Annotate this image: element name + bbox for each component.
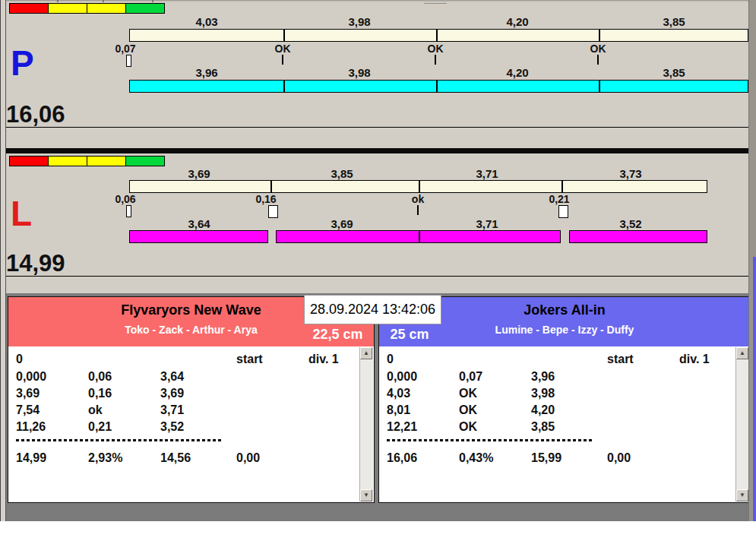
bar-divider [599,81,600,92]
table-cell: OK [459,420,477,434]
status-box-yellow-2 [87,156,126,166]
col-header-zero: 0 [387,353,394,366]
bar-divider [436,30,438,41]
table-cell: 3,96 [531,370,555,384]
split-time-label: 4,20 [483,66,552,79]
spacer-strip [5,277,751,293]
split-time-label: 3,96 [172,66,241,79]
exchange-marker-box [126,55,131,67]
exchange-label: OK [260,43,305,55]
status-light-strip [9,3,165,14]
scroll-up-button[interactable]: ▲ [736,347,748,359]
table-cell: 3,69 [160,387,184,400]
col-header-start: start [236,353,263,366]
table-cell: 3,98 [531,387,555,400]
scoreboard-section: Flyvaryors New Wave Toko - Zack - Arthur… [0,293,756,521]
arrow-down-icon: ▼ [361,490,372,501]
scroll-down-button[interactable]: ▼ [736,489,748,501]
table-cell: ok [88,403,103,417]
exchange-fault-box [268,205,278,218]
total-percent: 0,43% [459,451,493,465]
col-header-start: start [607,353,634,366]
results-table-left: 0 start div. 1 0,000 0,06 3,64 3,69 0,16… [8,346,374,502]
exchange-label: 0,07 [103,43,148,55]
bar-divider [283,30,285,41]
table-cell: 3,71 [160,403,184,417]
table-cell: 0,000 [16,370,46,384]
window-left-edge [0,0,6,521]
status-box-yellow [49,3,87,14]
lane-total-time: 14,99 [6,251,65,275]
status-box-green [126,3,165,14]
lap-time-label: 3,85 [308,167,376,180]
timing-app-window: 4,03 3,98 4,20 3,85 0,07 OK OK OK 3,96 3… [0,0,756,521]
background-window-sliver [753,257,756,521]
scroll-up-button[interactable]: ▲ [360,347,372,359]
split-time-label: 3,69 [308,217,376,230]
table-cell: 0,000 [387,370,417,384]
lane-letter-p: P [11,46,34,81]
split-time-label: 3,98 [325,66,394,79]
totals-separator [387,439,593,441]
reference-time-bar [129,29,748,42]
bar-divider [270,181,272,192]
total-percent: 2,93% [88,451,122,465]
lane-total-time: 16,06 [6,103,65,126]
exchange-tick [597,55,599,65]
bar-divider [561,181,563,192]
table-cell: 12,21 [387,420,417,434]
exchange-label: 0,16 [243,193,289,205]
scrollbar[interactable]: ▲ ▼ [359,347,373,501]
total-time: 14,99 [16,451,46,465]
scrollbar[interactable]: ▲ ▼ [735,347,749,501]
lane-p-progress-bar [129,80,748,93]
col-header-div: div. 1 [308,353,339,366]
table-cell: 4,20 [531,403,555,417]
bar-divider [436,81,438,92]
table-cell: 0,07 [459,370,482,384]
status-light-strip [9,156,165,166]
table-cell: 11,26 [16,420,46,434]
table-cell: 3,85 [531,420,555,434]
exchange-label: 0,21 [536,193,582,205]
scroll-down-button[interactable]: ▼ [360,489,372,501]
exchange-label: ok [395,193,441,205]
status-box-green [126,156,165,166]
reference-time-bar [129,180,707,193]
table-cell: OK [459,387,477,400]
arrow-down-icon: ▼ [737,490,748,501]
arrow-up-icon: ▲ [361,348,372,359]
bar-divider [599,30,600,41]
lane-l-progress-segment [129,230,268,243]
split-time-label: 3,71 [453,217,521,230]
lap-time-label: 3,85 [640,15,708,28]
lane-panel-l: 3,69 3,85 3,71 3,73 0,06 0,16 ok 0,21 3,… [5,153,751,277]
table-cell: 4,03 [387,387,410,400]
lane-l-progress-segment [276,230,561,243]
totals-separator [16,439,223,441]
total-penalty: 0,00 [607,451,631,465]
distance-label-left: 22,5 cm [304,324,372,346]
table-cell: 0,21 [88,420,112,434]
exchange-label: OK [413,43,458,55]
lap-time-label: 3,98 [325,15,394,28]
table-cell: 3,64 [160,370,184,384]
lap-time-label: 4,03 [172,15,241,28]
datetime-display: 28.09.2024 13:42:06 [304,295,441,324]
lane-divider-bar [5,148,751,153]
table-cell: 8,01 [387,403,410,417]
lap-time-label: 4,20 [483,15,552,28]
exchange-label: 0,06 [103,193,148,205]
exchange-fault-box [558,205,568,218]
bar-divider [419,231,420,242]
lane-panel-p: 4,03 3,98 4,20 3,85 0,07 OK OK OK 3,96 3… [5,2,751,128]
table-cell: 0,06 [88,370,112,384]
bar-divider [283,81,285,92]
exchange-tick [282,55,283,65]
lap-time-label: 3,71 [453,167,521,180]
status-box-red [9,156,49,166]
results-table-right: 0 start div. 1 0,000 0,07 3,96 4,03 OK 3… [379,346,750,502]
exchange-tick [435,55,436,65]
exchange-label: OK [575,43,621,55]
arrow-up-icon: ▲ [737,348,748,359]
